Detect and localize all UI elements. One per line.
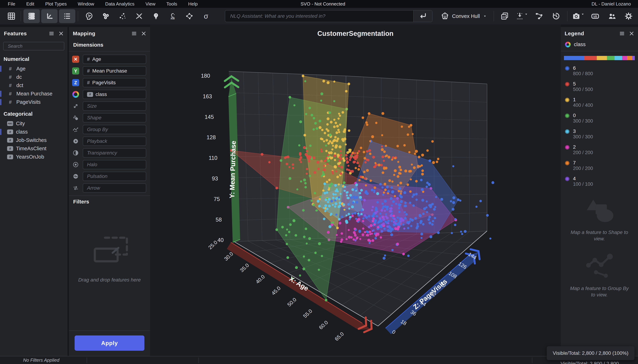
filters-status: No Filters Applied [23, 358, 59, 363]
user-label: DL - Daniel Lozano [591, 1, 631, 7]
legend-entry-class-5[interactable]: 5500 / 500 [565, 81, 638, 92]
legend-color-dot [565, 98, 569, 102]
legend-entry-class-0[interactable]: 0300 / 300 [565, 113, 638, 124]
list-icon [63, 12, 71, 20]
feature-name: Age [16, 66, 26, 72]
network-graph-icon[interactable] [185, 12, 193, 20]
drop-hint-text: Drag and drop features here [78, 277, 141, 283]
feature-search [3, 42, 64, 50]
smart-mapping-icon[interactable] [135, 12, 143, 20]
status-bar: No Filters Applied Visible/Total: 2,800 … [0, 356, 638, 364]
legend-entry-class-2[interactable]: 2200 / 200 [565, 144, 638, 156]
dimension-field-transparency[interactable]: Transparency [83, 148, 146, 158]
feature-search-input[interactable] [8, 43, 68, 49]
feature-item-yearsonjob[interactable]: #YearsOnJob [0, 153, 68, 161]
screenshot-camera-icon[interactable] [572, 12, 580, 20]
feature-item-dct[interactable]: #dct [0, 81, 68, 90]
insights-bulb-icon[interactable] [152, 12, 160, 20]
field-placeholder: Transparency [87, 150, 117, 156]
panel-close-icon[interactable] [58, 31, 64, 36]
settings-gear-icon[interactable] [624, 12, 633, 20]
chevron-down-icon[interactable] [580, 12, 585, 16]
ai-brain-icon[interactable] [85, 12, 93, 20]
collaborators-icon[interactable] [608, 12, 616, 20]
feature-name: City [16, 120, 25, 126]
y-axis-icon: Y [72, 68, 80, 74]
plot-panel-button[interactable] [41, 9, 58, 23]
field-placeholder: Pulsation [87, 174, 107, 179]
menu-item-plot-types[interactable]: Plot Types [45, 1, 67, 7]
panel-menu-icon[interactable] [619, 31, 625, 36]
panel-close-icon[interactable] [141, 31, 146, 36]
categorical-type-icon: ABC [7, 121, 13, 126]
dimension-field-z[interactable]: #PageVisits [83, 78, 146, 87]
menu-item-tools[interactable]: Tools [166, 1, 177, 7]
sigma-icon[interactable]: σ [204, 12, 208, 20]
feature-item-dc[interactable]: #dc [0, 73, 68, 81]
nlq-input[interactable] [225, 10, 413, 22]
legend-entry-class-3[interactable]: 3300 / 300 [565, 128, 638, 140]
legend-class-count: 500 / 500 [573, 86, 593, 92]
export-plots-icon[interactable]: XY [500, 12, 509, 20]
field-type-icon: # [87, 92, 93, 97]
menu-item-view[interactable]: View [145, 1, 155, 7]
download-icon[interactable] [516, 12, 524, 20]
menu-item-edit[interactable]: Edit [26, 1, 34, 7]
explainable-ai-icon[interactable]: xai [168, 12, 177, 20]
panel-menu-icon[interactable] [49, 31, 54, 36]
legend-panel: Legend class 6800 / 8005500 / 5001400 / … [561, 27, 638, 356]
clustering-icon[interactable] [102, 12, 110, 20]
feature-item-job-switches[interactable]: #Job-Switches [0, 136, 68, 144]
legend-class-label: 4 [573, 176, 593, 181]
feature-item-mean-purchase[interactable]: #Mean Purchase [0, 90, 68, 98]
feature-name: TimeAsClient [16, 146, 46, 152]
legend-entry-class-4[interactable]: 4100 / 100 [565, 176, 638, 187]
history-icon[interactable] [552, 12, 560, 20]
dimension-field-playback[interactable]: Playback [83, 136, 146, 146]
pipeline-icon[interactable] [535, 12, 543, 20]
dimension-field-x[interactable]: #Age [83, 55, 146, 64]
hull-mode-dropdown[interactable]: Convex Hull [441, 12, 487, 20]
vr-mode-icon[interactable]: VR [591, 12, 599, 20]
feature-name: Mean Purchase [16, 91, 52, 97]
svg-text:XY: XY [502, 16, 506, 19]
data-table-icon[interactable] [7, 12, 16, 20]
feature-item-pagevisits[interactable]: #PageVisits [0, 98, 68, 106]
dimension-field-y[interactable]: #Mean Purchase [83, 66, 146, 76]
filter-dropzone[interactable]: Drag and drop features here [69, 208, 150, 330]
feature-item-timeasclient[interactable]: #TimeAsClient [0, 144, 68, 153]
menu-item-help[interactable]: Help [188, 1, 197, 7]
feature-item-age[interactable]: #Age [0, 64, 68, 73]
panel-close-icon[interactable] [629, 31, 634, 36]
panel-menu-icon[interactable] [131, 31, 137, 36]
dimension-field-arrow[interactable]: Arrow [83, 184, 146, 193]
menu-item-file[interactable]: File [8, 1, 15, 7]
menu-item-window[interactable]: Window [78, 1, 94, 7]
dimension-field-shape[interactable]: Shape [83, 113, 146, 122]
feature-item-city[interactable]: ABCCity [0, 120, 68, 128]
chevron-down-icon[interactable] [524, 12, 528, 16]
field-type-icon: # [87, 56, 90, 62]
features-panel-button[interactable] [24, 9, 40, 23]
legend-class-label: 5 [573, 81, 593, 86]
dimension-field-pulsation[interactable]: Pulsation [83, 172, 146, 181]
legend-entry-class-6[interactable]: 6800 / 800 [565, 66, 638, 76]
anomaly-detection-icon[interactable] [118, 12, 127, 20]
legend-feature-label: class [574, 42, 586, 47]
feature-item-class[interactable]: #class [0, 128, 68, 136]
legend-entry-class-1[interactable]: 1400 / 400 [565, 97, 638, 108]
nlq-submit-button[interactable] [413, 10, 432, 22]
dimension-field-halo[interactable]: Halo [83, 160, 146, 169]
dimension-field-size[interactable]: Size [83, 102, 146, 111]
dimension-slot-color: #class [72, 90, 146, 99]
list-panel-button[interactable] [59, 9, 75, 23]
plot-canvas[interactable] [150, 24, 561, 356]
colorbar-segment-class-1 [597, 56, 607, 60]
menu-item-data-analytics[interactable]: Data Analytics [105, 1, 134, 7]
headset-icon [293, 1, 298, 6]
dimension-field-group-by[interactable]: Group By [83, 125, 146, 134]
legend-entry-class-7[interactable]: 7200 / 200 [565, 160, 638, 171]
apply-button[interactable]: Apply [75, 336, 144, 351]
dimension-field-color[interactable]: #class [83, 90, 146, 99]
group-by-icon [582, 252, 617, 281]
